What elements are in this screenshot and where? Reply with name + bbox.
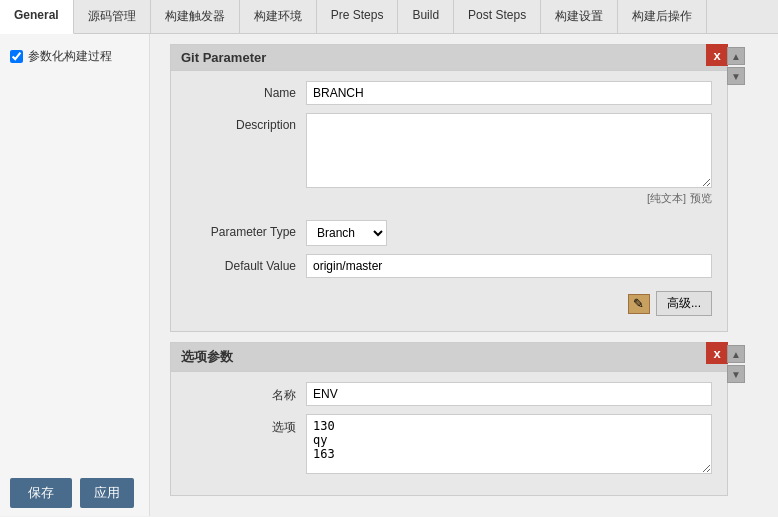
description-label: Description xyxy=(186,113,306,132)
advanced-row: ✎ 高级... xyxy=(186,286,712,321)
content-area: x Git Parameter Name Description xyxy=(150,34,778,516)
options-panel: x 选项参数 名称 选项 xyxy=(170,342,728,496)
name-label: Name xyxy=(186,81,306,100)
options-panel-body: 名称 选项 xyxy=(171,372,727,495)
tab-pre-steps[interactable]: Pre Steps xyxy=(317,0,399,33)
pencil-symbol: ✎ xyxy=(633,296,644,311)
git-panel-down-arrow[interactable]: ▼ xyxy=(727,67,745,85)
git-parameter-body: Name Description [纯文本] 预览 xyxy=(171,71,727,331)
bottom-bar: 保存 应用 xyxy=(0,470,150,516)
description-textarea[interactable] xyxy=(306,113,712,188)
links-row: [纯文本] 预览 xyxy=(306,191,712,206)
git-parameter-panel: x Git Parameter Name Description xyxy=(170,44,728,332)
plain-text-link[interactable]: [纯文本] xyxy=(647,191,686,206)
tab-post-steps[interactable]: Post Steps xyxy=(454,0,541,33)
sidebar: 参数化构建过程 保存 应用 xyxy=(0,34,150,516)
tab-build-settings[interactable]: 构建设置 xyxy=(541,0,618,33)
default-value-control xyxy=(306,254,712,278)
name-control xyxy=(306,81,712,105)
options-panel-title: 选项参数 xyxy=(181,348,233,366)
default-value-row: Default Value xyxy=(186,254,712,278)
options-control xyxy=(306,414,712,477)
options-panel-side-arrows: ▲ ▼ xyxy=(727,343,747,383)
default-value-input[interactable] xyxy=(306,254,712,278)
options-label: 选项 xyxy=(186,414,306,436)
git-parameter-header: Git Parameter xyxy=(171,45,727,71)
pencil-icon[interactable]: ✎ xyxy=(628,294,650,314)
parameter-type-select[interactable]: Branch Tag Revision Ancestry xyxy=(306,220,387,246)
parameter-type-row: Parameter Type Branch Tag Revision Ances… xyxy=(186,220,712,246)
advanced-button[interactable]: 高级... xyxy=(656,291,712,316)
tab-source-management[interactable]: 源码管理 xyxy=(74,0,151,33)
env-name-label: 名称 xyxy=(186,382,306,404)
parameter-type-control: Branch Tag Revision Ancestry xyxy=(306,220,712,246)
parameter-type-label: Parameter Type xyxy=(186,220,306,239)
options-textarea[interactable] xyxy=(306,414,712,474)
git-panel-up-arrow[interactable]: ▲ xyxy=(727,47,745,65)
options-panel-header: 选项参数 xyxy=(171,343,727,372)
tab-post-build[interactable]: 构建后操作 xyxy=(618,0,707,33)
git-panel-side-arrows: ▲ ▼ xyxy=(727,45,747,85)
sidebar-item-parametrize[interactable]: 参数化构建过程 xyxy=(0,42,149,71)
tab-build[interactable]: Build xyxy=(398,0,454,33)
description-row: Description [纯文本] 预览 xyxy=(186,113,712,212)
tab-general[interactable]: General xyxy=(0,0,74,34)
options-row: 选项 xyxy=(186,414,712,477)
save-button[interactable]: 保存 xyxy=(10,478,72,508)
env-name-input[interactable] xyxy=(306,382,712,406)
preview-link[interactable]: 预览 xyxy=(690,191,712,206)
description-control: [纯文本] 预览 xyxy=(306,113,712,212)
tab-build-env[interactable]: 构建环境 xyxy=(240,0,317,33)
options-panel-down-arrow[interactable]: ▼ xyxy=(727,365,745,383)
parametrize-checkbox[interactable] xyxy=(10,50,23,63)
options-panel-close-button[interactable]: x xyxy=(706,342,728,364)
git-parameter-close-button[interactable]: x xyxy=(706,44,728,66)
tab-build-triggers[interactable]: 构建触发器 xyxy=(151,0,240,33)
name-row: Name xyxy=(186,81,712,105)
git-parameter-title: Git Parameter xyxy=(181,50,266,65)
tab-bar: General 源码管理 构建触发器 构建环境 Pre Steps Build … xyxy=(0,0,778,34)
apply-button[interactable]: 应用 xyxy=(80,478,134,508)
env-name-control xyxy=(306,382,712,406)
options-panel-up-arrow[interactable]: ▲ xyxy=(727,345,745,363)
env-name-row: 名称 xyxy=(186,382,712,406)
name-input[interactable] xyxy=(306,81,712,105)
sidebar-item-label: 参数化构建过程 xyxy=(28,48,112,65)
default-value-label: Default Value xyxy=(186,254,306,273)
